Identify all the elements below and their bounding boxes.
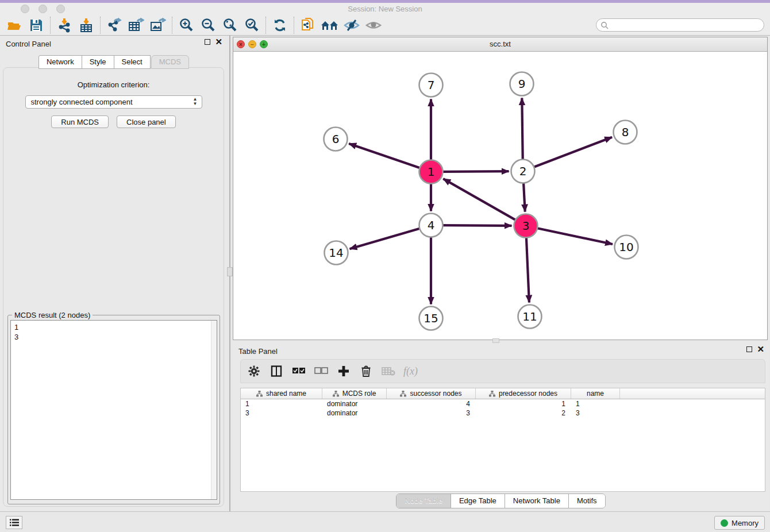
titlebar[interactable]: Session: New Session bbox=[0, 3, 770, 16]
window-title: Session: New Session bbox=[0, 5, 770, 13]
hide-graphics-button[interactable] bbox=[341, 17, 363, 34]
close-panel-icon[interactable]: ✕ bbox=[215, 39, 222, 45]
graph-node-label-7: 7 bbox=[428, 78, 435, 92]
export-table-button[interactable] bbox=[125, 17, 147, 34]
edge-2-8[interactable] bbox=[534, 137, 612, 167]
export-table-icon bbox=[128, 18, 144, 33]
table-cell[interactable]: 3 bbox=[571, 408, 620, 418]
column-header-predecessor-nodes[interactable]: predecessor nodes bbox=[476, 388, 571, 399]
table-toolbar: f(x) bbox=[240, 359, 765, 383]
graph-node-label-14: 14 bbox=[329, 246, 343, 260]
deselect-all-checkboxes-button[interactable] bbox=[314, 364, 329, 379]
table-settings-button[interactable] bbox=[247, 364, 261, 379]
export-image-button[interactable] bbox=[147, 17, 169, 34]
column-header-mcds-role[interactable]: MCDS role bbox=[322, 388, 387, 399]
table-cell[interactable]: 3 bbox=[387, 408, 476, 418]
edge-2-9[interactable] bbox=[522, 98, 522, 159]
graph-node-label-9: 9 bbox=[518, 77, 526, 91]
import-table-button[interactable] bbox=[75, 17, 97, 34]
float-table-panel-icon[interactable] bbox=[746, 346, 752, 352]
open-file-button[interactable] bbox=[3, 17, 25, 34]
export-network-icon bbox=[106, 18, 122, 33]
export-network-button[interactable] bbox=[103, 17, 125, 34]
column-visibility-button[interactable] bbox=[269, 364, 284, 379]
tab-network-table[interactable]: Network Table bbox=[505, 494, 569, 508]
column-header-successor-nodes[interactable]: successor nodes bbox=[387, 388, 476, 399]
node-table: shared name MCDS role successor nodes pr… bbox=[240, 388, 765, 492]
edge-1-6[interactable] bbox=[349, 144, 419, 168]
edge-3-11[interactable] bbox=[526, 237, 529, 302]
tab-edge-table[interactable]: Edge Table bbox=[451, 494, 505, 508]
zoom-fit-icon bbox=[222, 18, 237, 33]
memory-button[interactable]: Memory bbox=[714, 516, 765, 530]
table-row[interactable]: 1dominator411 bbox=[241, 399, 765, 408]
mcds-result-line: 1 bbox=[14, 322, 217, 332]
houses-icon bbox=[321, 18, 339, 32]
tab-network[interactable]: Network bbox=[38, 55, 82, 69]
edge-2-3[interactable] bbox=[523, 183, 525, 211]
edge-3-1[interactable] bbox=[443, 179, 515, 220]
close-panel-button[interactable]: Close panel bbox=[117, 115, 176, 128]
first-neighbors-button[interactable] bbox=[319, 17, 341, 34]
column-header-shared-name[interactable]: shared name bbox=[241, 388, 322, 399]
table-cell[interactable]: 1 bbox=[571, 399, 620, 408]
zoom-in-button[interactable] bbox=[175, 17, 197, 34]
zoom-selected-icon bbox=[244, 18, 259, 33]
result-scrollbar[interactable] bbox=[211, 321, 217, 499]
table-cell[interactable]: 1 bbox=[241, 399, 322, 408]
table-cell[interactable]: 4 bbox=[387, 399, 476, 408]
close-table-panel-icon[interactable]: ✕ bbox=[757, 346, 764, 352]
delete-column-button[interactable] bbox=[359, 364, 374, 379]
control-panel: Control Panel ✕ Network Style Select MCD… bbox=[0, 36, 227, 511]
zoom-selected-button[interactable] bbox=[241, 17, 263, 34]
tab-style[interactable]: Style bbox=[82, 55, 114, 69]
show-graphics-button[interactable] bbox=[363, 17, 384, 34]
network-canvas[interactable]: 7968124314101511 bbox=[233, 52, 767, 340]
tab-node-table[interactable]: Node Table bbox=[396, 494, 451, 508]
copy-network-button[interactable] bbox=[297, 17, 319, 34]
table-tabs: Node Table Edge Table Network Table Moti… bbox=[233, 494, 769, 508]
optimization-criterion-label: Optimization criterion: bbox=[3, 80, 224, 89]
edge-1-2[interactable] bbox=[442, 171, 509, 172]
select-all-checkboxes-button[interactable] bbox=[291, 364, 306, 379]
refresh-button[interactable] bbox=[269, 17, 291, 34]
zoom-fit-button[interactable] bbox=[219, 17, 241, 34]
mcds-result-line: 3 bbox=[14, 332, 217, 342]
edge-3-10[interactable] bbox=[537, 228, 613, 244]
table-cell[interactable]: 1 bbox=[476, 399, 571, 408]
zoom-out-icon bbox=[201, 18, 215, 33]
edge-4-3[interactable] bbox=[442, 225, 511, 226]
memory-status-icon bbox=[721, 519, 728, 527]
table-panel: Table Panel ✕ bbox=[233, 343, 769, 511]
edge-4-14[interactable] bbox=[350, 229, 420, 249]
zoom-out-button[interactable] bbox=[197, 17, 219, 34]
network-window-titlebar[interactable]: × − + scc.txt bbox=[233, 37, 767, 52]
tab-mcds[interactable]: MCDS bbox=[151, 55, 189, 69]
table-cell[interactable]: dominator bbox=[322, 399, 387, 408]
panel-list-button[interactable] bbox=[6, 516, 22, 529]
function-builder-button[interactable]: f(x) bbox=[403, 365, 418, 377]
vertical-splitter-grip[interactable] bbox=[227, 267, 233, 276]
search-field[interactable] bbox=[596, 18, 764, 32]
mcds-result-textarea[interactable]: 1 3 bbox=[10, 320, 217, 500]
table-row[interactable]: 3dominator323 bbox=[241, 408, 765, 418]
table-cell[interactable]: dominator bbox=[322, 408, 387, 418]
graph-node-label-10: 10 bbox=[619, 240, 633, 254]
table-cell[interactable]: 2 bbox=[476, 408, 571, 418]
criterion-dropdown[interactable]: strongly connected component ▲▼ bbox=[25, 95, 202, 109]
delete-table-icon bbox=[382, 366, 395, 376]
table-cell[interactable]: 3 bbox=[241, 408, 322, 418]
column-header-name[interactable]: name bbox=[571, 388, 620, 399]
float-panel-icon[interactable] bbox=[205, 39, 210, 45]
delete-table-button[interactable] bbox=[381, 364, 396, 379]
add-column-button[interactable] bbox=[336, 364, 351, 379]
horizontal-splitter-grip[interactable] bbox=[492, 338, 499, 343]
toolbar-separator bbox=[50, 17, 51, 34]
graph-node-label-15: 15 bbox=[424, 311, 438, 325]
tab-select[interactable]: Select bbox=[114, 55, 151, 69]
import-network-button[interactable] bbox=[53, 17, 75, 34]
search-icon bbox=[600, 21, 609, 29]
save-session-button[interactable] bbox=[25, 17, 47, 34]
tab-motifs[interactable]: Motifs bbox=[569, 494, 605, 508]
run-mcds-button[interactable]: Run MCDS bbox=[51, 115, 109, 128]
